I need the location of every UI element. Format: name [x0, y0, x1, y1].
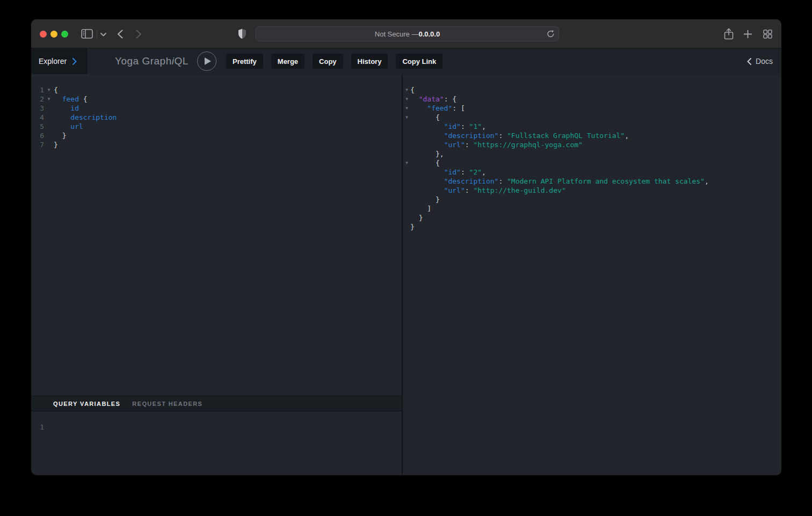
main-area: 1▾{2▾ feed {3 id4 description5 url6 }7} …	[31, 74, 781, 475]
graphiql-toolbar: Explorer Yoga GraphiQL Prettify Merge Co…	[31, 48, 781, 74]
code-line: }	[403, 195, 781, 204]
fold-arrow-icon[interactable]: ▾	[44, 95, 54, 104]
back-icon[interactable]	[117, 30, 123, 39]
fold-arrow-icon[interactable]: ▾	[403, 85, 410, 95]
response-viewer[interactable]: ▾{▾ "data": {▾ "feed": [▾ { "id": "1", "…	[403, 74, 781, 475]
copy-link-button[interactable]: Copy Link	[396, 54, 443, 69]
code-text: id	[54, 104, 79, 113]
bottom-panel-tabs: QUERY VARIABLES REQUEST HEADERS	[31, 396, 402, 411]
right-pane: ▾{▾ "data": {▾ "feed": [▾ { "id": "1", "…	[403, 74, 781, 475]
code-text: }	[54, 140, 58, 149]
code-text: }	[410, 213, 423, 222]
chrome-divider	[97, 30, 97, 38]
code-text: },	[410, 149, 444, 158]
tab-request-headers[interactable]: REQUEST HEADERS	[132, 401, 202, 407]
fold-gutter	[403, 177, 410, 186]
code-text: ]	[410, 204, 431, 213]
tab-query-variables[interactable]: QUERY VARIABLES	[53, 401, 120, 407]
explorer-label: Explorer	[39, 57, 67, 66]
fold-arrow-icon[interactable]: ▾	[403, 113, 410, 122]
fold-gutter	[403, 204, 410, 213]
code-text: {	[410, 113, 440, 122]
url-host: 0.0.0.0	[418, 30, 440, 38]
fold-gutter	[44, 131, 54, 140]
code-line: "url": "http://the-guild.dev"	[403, 186, 781, 195]
sidebar-toggle-icon[interactable]	[81, 29, 93, 39]
code-text: }	[54, 131, 66, 140]
code-line: ▾ {	[403, 158, 781, 168]
code-line: ▾ "feed": [	[403, 104, 781, 113]
fold-arrow-icon[interactable]: ▾	[403, 104, 410, 113]
query-variables-editor[interactable]: 1	[31, 411, 402, 475]
fold-gutter	[403, 195, 410, 204]
fold-gutter	[403, 186, 410, 195]
chevron-down-icon[interactable]	[100, 33, 106, 37]
new-tab-icon[interactable]	[744, 30, 752, 38]
prettify-button[interactable]: Prettify	[226, 54, 263, 69]
line-number: 1	[31, 85, 44, 95]
fold-gutter	[403, 122, 410, 131]
code-line: 7}	[31, 140, 402, 149]
code-line: "id": "2",	[403, 168, 781, 177]
shield-icon[interactable]	[238, 28, 247, 39]
docs-chevron-icon	[747, 58, 751, 65]
code-text: "url": "http://the-guild.dev"	[410, 186, 566, 195]
forward-icon[interactable]	[136, 30, 142, 39]
code-text: "description": "Modern API Platform and …	[410, 177, 709, 186]
play-icon	[205, 57, 211, 65]
browser-window: Not Secure — 0.0.0.0	[31, 19, 781, 475]
docs-toggle-button[interactable]: Docs	[747, 48, 773, 74]
explorer-toggle-button[interactable]: Explorer	[31, 48, 87, 74]
line-number: 3	[31, 104, 44, 113]
code-text: description	[54, 113, 117, 122]
fold-gutter	[403, 149, 410, 158]
close-icon[interactable]	[40, 31, 47, 38]
code-line: 4 description	[31, 113, 402, 122]
fold-gutter	[44, 423, 54, 432]
url-security-label: Not Secure —	[375, 30, 419, 38]
code-text: "data": {	[410, 95, 456, 104]
share-icon[interactable]	[724, 28, 734, 40]
copy-button[interactable]: Copy	[313, 54, 343, 69]
line-number: 2	[31, 95, 44, 104]
url-bar[interactable]: Not Secure — 0.0.0.0	[256, 26, 559, 41]
app-logo: Yoga GraphiQL	[115, 48, 189, 74]
minimize-icon[interactable]	[50, 31, 57, 38]
code-text: "url": "https://graphql-yoga.com"	[410, 140, 583, 149]
code-line: "url": "https://graphql-yoga.com"	[403, 140, 781, 149]
code-text: {	[54, 85, 58, 95]
fold-gutter	[403, 131, 410, 140]
history-button[interactable]: History	[351, 54, 388, 69]
reload-icon[interactable]	[547, 30, 555, 38]
code-line: }	[403, 222, 781, 231]
code-line: 2▾ feed {	[31, 95, 402, 104]
merge-button[interactable]: Merge	[271, 54, 305, 69]
fold-arrow-icon[interactable]: ▾	[44, 85, 54, 95]
code-text: "description": "Fullstack GraphQL Tutori…	[410, 131, 629, 140]
explorer-chevron-icon	[73, 58, 77, 65]
line-number: 5	[31, 122, 44, 131]
line-number: 1	[31, 423, 44, 432]
fold-gutter	[403, 168, 410, 177]
line-number: 6	[31, 131, 44, 140]
code-line: "description": "Modern API Platform and …	[403, 177, 781, 186]
fold-gutter	[44, 122, 54, 131]
desktop-background: Not Secure — 0.0.0.0	[0, 0, 812, 516]
code-line: }	[403, 213, 781, 222]
code-text: }	[410, 222, 415, 231]
code-line: 6 }	[31, 131, 402, 140]
query-editor[interactable]: 1▾{2▾ feed {3 id4 description5 url6 }7}	[31, 74, 402, 396]
code-text: {	[410, 158, 440, 168]
zoom-icon[interactable]	[61, 31, 68, 38]
code-line: },	[403, 149, 781, 158]
fold-arrow-icon[interactable]: ▾	[403, 95, 410, 104]
code-line: ]	[403, 204, 781, 213]
fold-arrow-icon[interactable]: ▾	[403, 158, 410, 168]
code-line: 3 id	[31, 104, 402, 113]
execute-query-button[interactable]	[197, 52, 216, 71]
tab-overview-icon[interactable]	[763, 30, 772, 39]
code-line: "description": "Fullstack GraphQL Tutori…	[403, 131, 781, 140]
code-line: 5 url	[31, 122, 402, 131]
code-text: "id": "1",	[410, 122, 486, 131]
line-number: 4	[31, 113, 44, 122]
